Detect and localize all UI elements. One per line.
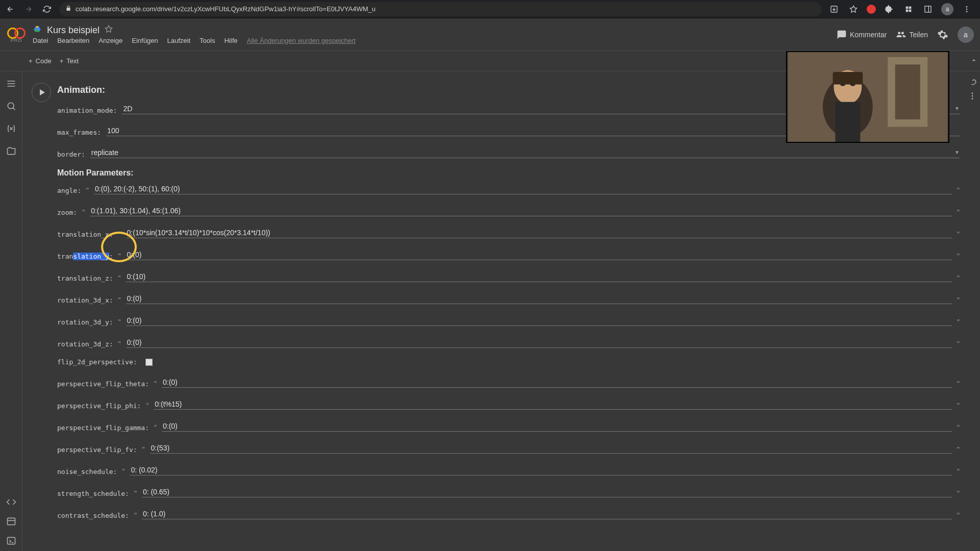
run-button[interactable] [32, 83, 51, 102]
flip-2d-checkbox[interactable] [145, 359, 153, 366]
favorite-star-icon[interactable] [105, 25, 113, 35]
label: translation_y: [57, 253, 113, 260]
star-icon[interactable] [847, 3, 860, 15]
browser-bar: colab.research.google.com/drive/1v2czLyX… [0, 0, 980, 18]
back-button[interactable] [4, 3, 16, 15]
svg-rect-2 [909, 6, 912, 9]
field-border: border: ▼ [57, 146, 960, 158]
contrast-schedule-input[interactable] [142, 508, 952, 519]
field-zoom: zoom: " " [57, 205, 960, 216]
translation-x-input[interactable] [126, 227, 952, 238]
noise-schedule-input[interactable] [130, 464, 952, 475]
border-input[interactable] [90, 146, 960, 158]
settings-icon[interactable] [937, 29, 948, 40]
browser-more-icon[interactable] [961, 3, 973, 15]
menu-datei[interactable]: Datei [33, 37, 48, 44]
label: rotation_3d_x: [57, 296, 113, 304]
search-icon[interactable] [6, 101, 16, 111]
label: translation_x: [57, 231, 113, 238]
zoom-input[interactable] [90, 205, 952, 216]
svg-rect-23 [835, 102, 860, 142]
menu-einfuegen[interactable]: Einfügen [132, 37, 158, 44]
translation-y-input[interactable] [126, 248, 952, 260]
svg-point-16 [972, 95, 973, 97]
install-icon[interactable] [828, 3, 840, 15]
perspective-flip-fv-input[interactable] [150, 442, 952, 454]
translation-z-input[interactable] [126, 270, 952, 282]
field-rotation-3d-z: rotation_3d_z: " " [57, 336, 960, 348]
toc-icon[interactable] [6, 79, 16, 89]
perspective-flip-phi-input[interactable] [154, 398, 952, 410]
menu-hilfe[interactable]: Hilfe [224, 37, 237, 44]
label: strength_schedule: [57, 490, 129, 497]
field-rotation-3d-x: rotation_3d_x: " " [57, 292, 960, 304]
field-angle: angle: " " [57, 183, 960, 194]
field-translation-z: translation_z: " " [57, 270, 960, 282]
svg-rect-4 [906, 9, 909, 12]
chevron-down-icon[interactable]: ▼ [954, 106, 960, 111]
label: translation_z: [57, 274, 113, 282]
extensions-menu-icon[interactable] [883, 3, 895, 15]
cell-link-icon[interactable] [968, 79, 977, 88]
comment-button[interactable]: Kommentar [837, 30, 887, 40]
add-text-button[interactable]: +Text [60, 57, 79, 65]
command-palette-icon[interactable] [6, 516, 16, 527]
browser-menu-icon[interactable] [902, 3, 915, 15]
save-status[interactable]: Alle Änderungen wurden gespeichert [247, 37, 355, 44]
svg-rect-3 [909, 9, 912, 12]
forward-button[interactable] [22, 3, 35, 15]
variables-icon[interactable] [6, 123, 16, 134]
share-button[interactable]: Teilen [896, 30, 928, 40]
label: animation_mode: [57, 107, 117, 114]
panel-icon[interactable] [922, 3, 934, 15]
field-perspective-flip-phi: perspective_flip_phi: " " [57, 398, 960, 410]
field-flip-2d-perspective: flip_2d_perspective: [57, 358, 960, 366]
field-noise-schedule: noise_schedule: " " [57, 464, 960, 475]
svg-point-17 [972, 98, 973, 99]
reload-button[interactable] [41, 3, 53, 15]
perspective-flip-theta-input[interactable] [162, 376, 952, 388]
lock-icon [65, 5, 71, 13]
field-strength-schedule: strength_schedule: " " [57, 486, 960, 497]
url-bar[interactable]: colab.research.google.com/drive/1v2czLyX… [59, 2, 822, 16]
left-sidebar [0, 71, 22, 551]
svg-point-7 [966, 6, 968, 8]
url-text: colab.research.google.com/drive/1v2czLyX… [76, 5, 376, 13]
add-code-button[interactable]: +Code [29, 57, 52, 65]
strength-schedule-input[interactable] [142, 486, 952, 497]
rotation-3d-x-input[interactable] [126, 292, 952, 304]
files-icon[interactable] [6, 146, 16, 156]
field-contrast-schedule: contrast_schedule: " " [57, 508, 960, 519]
extension-icon[interactable] [867, 5, 876, 14]
collapse-right-icon[interactable] [970, 56, 978, 66]
label: perspective_flip_fv: [57, 446, 137, 454]
label: max_frames: [57, 129, 101, 136]
cell-more-icon[interactable] [968, 91, 977, 101]
field-translation-y: translation_y: " " [57, 248, 960, 260]
label: perspective_flip_theta: [57, 380, 149, 388]
rotation-3d-y-input[interactable] [126, 314, 952, 326]
colab-logo[interactable]: PRO [6, 24, 27, 45]
menu-laufzeit[interactable]: Laufzeit [167, 37, 191, 44]
angle-input[interactable] [94, 183, 952, 194]
label: rotation_3d_y: [57, 318, 113, 326]
svg-rect-1 [906, 6, 909, 9]
motion-heading: Motion Parameters: [57, 168, 960, 178]
document-title[interactable]: Kurs beispiel [47, 25, 100, 36]
label: rotation_3d_z: [57, 340, 113, 348]
perspective-flip-gamma-input[interactable] [162, 420, 952, 432]
browser-avatar[interactable]: a [941, 3, 953, 15]
menu-tools[interactable]: Tools [200, 37, 215, 44]
terminal-icon[interactable] [6, 536, 16, 546]
field-translation-x: translation_x: " " [57, 227, 960, 238]
menu-anzeige[interactable]: Anzeige [99, 37, 122, 44]
label: noise_schedule: [57, 468, 117, 475]
chevron-down-icon[interactable]: ▼ [954, 149, 960, 155]
label: contrast_schedule: [57, 512, 129, 519]
user-avatar[interactable]: a [958, 27, 974, 43]
menu-bearbeiten[interactable]: Bearbeiten [57, 37, 89, 44]
rotation-3d-z-input[interactable] [126, 336, 952, 348]
field-rotation-3d-y: rotation_3d_y: " " [57, 314, 960, 326]
code-snippets-icon[interactable] [6, 497, 16, 507]
label: angle: [57, 187, 81, 194]
